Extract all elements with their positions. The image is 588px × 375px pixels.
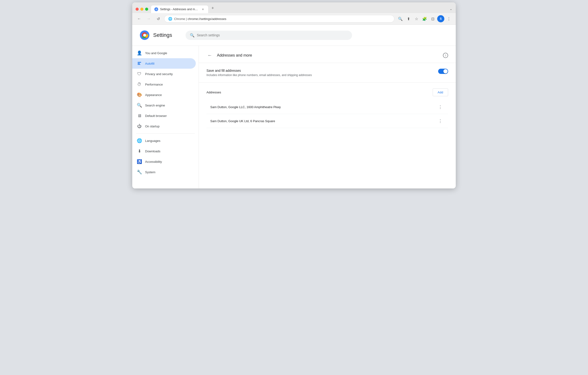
svg-text:⚙: ⚙ bbox=[155, 8, 158, 11]
sidebar-label-downloads: Downloads bbox=[145, 150, 160, 153]
sidebar-item-languages[interactable]: 🌐 Languages bbox=[132, 135, 196, 146]
sidebar-item-system[interactable]: 🔧 System bbox=[132, 167, 196, 177]
page-title: Settings bbox=[153, 32, 172, 38]
sidebar-label-default-browser: Default browser bbox=[145, 114, 167, 118]
save-fill-toggle[interactable] bbox=[438, 69, 448, 74]
sidebar-label-autofill: Autofill bbox=[145, 62, 154, 65]
search-bar: 🔍 bbox=[186, 31, 352, 40]
share-button[interactable]: ⬆ bbox=[405, 15, 412, 22]
toggle-container bbox=[438, 69, 448, 74]
close-window-button[interactable] bbox=[136, 8, 139, 11]
svg-rect-4 bbox=[138, 62, 141, 63]
navigation-bar: ← → ↺ 🌐 Chrome | chrome://settings/addre… bbox=[132, 13, 456, 25]
title-bar: ⚙ Settings - Addresses and more × + ⌄ bbox=[132, 2, 456, 13]
search-icon: 🔍 bbox=[190, 33, 195, 38]
addresses-label: Addresses bbox=[207, 91, 433, 94]
sidebar: 👤 You and Google Autofill 🛡 bbox=[132, 46, 199, 188]
autofill-icon bbox=[137, 61, 142, 66]
sidebar-item-appearance[interactable]: 🎨 Appearance bbox=[132, 90, 196, 100]
content-back-button[interactable]: ← bbox=[207, 51, 213, 59]
refresh-button[interactable]: ↺ bbox=[155, 15, 162, 22]
sidebar-item-you-and-google[interactable]: 👤 You and Google bbox=[132, 48, 196, 58]
sidebar-label-languages: Languages bbox=[145, 139, 160, 142]
sidebar-item-default-browser[interactable]: 🖥 Default browser bbox=[132, 111, 196, 121]
sidebar-item-search-engine[interactable]: 🔍 Search engine bbox=[132, 100, 196, 111]
content-header: ← Addresses and more ? bbox=[199, 46, 456, 63]
sidebar-label-you-and-google: You and Google bbox=[145, 51, 167, 55]
sidebar-label-system: System bbox=[145, 170, 155, 174]
back-button[interactable]: ← bbox=[136, 15, 143, 22]
content-title: Addresses and more bbox=[217, 53, 443, 58]
address-bar[interactable]: 🌐 Chrome | chrome://settings/addresses bbox=[164, 15, 394, 23]
setting-name: Save and fill addresses bbox=[207, 69, 432, 72]
search-engine-icon: 🔍 bbox=[137, 103, 142, 108]
address-more-button-1[interactable]: ⋮ bbox=[436, 103, 444, 111]
sidebar-label-privacy: Privacy and security bbox=[145, 72, 173, 76]
address-item-1: Sam Dutton, Google LLC, 1600 Amphitheatr… bbox=[207, 100, 448, 114]
svg-rect-5 bbox=[138, 63, 140, 64]
address-item-2: Sam Dutton, Google UK Ltd, 6 Pancras Squ… bbox=[207, 114, 448, 128]
setting-info: Save and fill addresses Includes informa… bbox=[207, 69, 432, 77]
zoom-button[interactable]: 🔍 bbox=[397, 15, 404, 22]
sidebar-item-downloads[interactable]: ⬇ Downloads bbox=[132, 146, 196, 156]
address-more-button-2[interactable]: ⋮ bbox=[436, 117, 444, 124]
page-content: Settings 🔍 👤 You and Google bbox=[132, 25, 456, 188]
address-text-1: Sam Dutton, Google LLC, 1600 Amphitheatr… bbox=[210, 105, 436, 109]
address-bar-security-icon: 🌐 bbox=[168, 17, 172, 21]
split-button[interactable]: ⊡ bbox=[429, 15, 436, 22]
sidebar-label-search-engine: Search engine bbox=[145, 104, 165, 107]
globe-icon: 🌐 bbox=[137, 138, 142, 143]
shield-icon: 🛡 bbox=[137, 71, 142, 76]
browser-window: ⚙ Settings - Addresses and more × + ⌄ ← … bbox=[132, 2, 456, 188]
addresses-section: Addresses Add Sam Dutton, Google LLC, 16… bbox=[199, 83, 456, 134]
help-icon: ? bbox=[443, 53, 448, 58]
extensions-button[interactable]: 🧩 bbox=[421, 15, 428, 22]
svg-rect-6 bbox=[138, 64, 140, 65]
content-area: ← Addresses and more ? Save and fill add… bbox=[199, 46, 456, 188]
add-address-button[interactable]: Add bbox=[433, 88, 448, 96]
tab-bar: ⚙ Settings - Addresses and more × + ⌄ bbox=[151, 5, 452, 13]
sidebar-label-accessibility: Accessibility bbox=[145, 160, 162, 163]
active-tab[interactable]: ⚙ Settings - Addresses and more × bbox=[151, 5, 208, 13]
sidebar-divider bbox=[136, 133, 195, 133]
save-fill-setting-row: Save and fill addresses Includes informa… bbox=[199, 63, 456, 83]
traffic-lights bbox=[136, 8, 148, 13]
chrome-logo bbox=[140, 30, 149, 40]
addresses-header: Addresses Add bbox=[207, 88, 448, 96]
sidebar-label-performance: Performance bbox=[145, 83, 163, 86]
nav-actions: 🔍 ⬆ ☆ 🧩 ⊡ S ⋮ bbox=[397, 15, 452, 22]
minimize-window-button[interactable] bbox=[140, 8, 143, 11]
sidebar-label-appearance: Appearance bbox=[145, 93, 162, 97]
palette-icon: 🎨 bbox=[137, 92, 142, 97]
toggle-knob bbox=[443, 69, 448, 73]
sidebar-item-on-startup[interactable]: ⏻ On startup bbox=[132, 121, 196, 132]
wrench-icon: 🔧 bbox=[137, 170, 142, 174]
svg-point-3 bbox=[143, 34, 146, 37]
main-layout: 👤 You and Google Autofill 🛡 bbox=[132, 46, 456, 188]
sidebar-item-performance[interactable]: ⏱ Performance bbox=[132, 79, 196, 90]
browser-icon: 🖥 bbox=[137, 113, 142, 118]
tab-dropdown-button[interactable]: ⌄ bbox=[450, 7, 452, 13]
sidebar-item-accessibility[interactable]: ♿ Accessibility bbox=[132, 156, 196, 167]
svg-text:?: ? bbox=[445, 53, 446, 57]
new-tab-button[interactable]: + bbox=[210, 5, 216, 13]
menu-button[interactable]: ⋮ bbox=[445, 15, 452, 22]
profile-button[interactable]: S bbox=[437, 15, 444, 22]
bookmark-button[interactable]: ☆ bbox=[413, 15, 420, 22]
tab-title: Settings - Addresses and more bbox=[160, 8, 199, 11]
search-input[interactable] bbox=[197, 33, 348, 37]
tab-close-button[interactable]: × bbox=[201, 7, 205, 11]
help-button[interactable]: ? bbox=[443, 53, 448, 58]
sidebar-item-privacy-security[interactable]: 🛡 Privacy and security bbox=[132, 69, 196, 79]
address-path: chrome://settings/addresses bbox=[188, 17, 226, 21]
person-icon: 👤 bbox=[137, 51, 142, 55]
download-icon: ⬇ bbox=[137, 149, 142, 153]
sidebar-item-autofill[interactable]: Autofill bbox=[132, 58, 196, 69]
address-domain: Chrome | bbox=[174, 17, 188, 21]
tab-favicon: ⚙ bbox=[154, 7, 158, 11]
maximize-window-button[interactable] bbox=[145, 8, 148, 11]
setting-description: Includes information like phone numbers,… bbox=[207, 73, 432, 77]
address-text-2: Sam Dutton, Google UK Ltd, 6 Pancras Squ… bbox=[210, 119, 436, 123]
forward-button[interactable]: → bbox=[145, 15, 152, 22]
accessibility-icon: ♿ bbox=[137, 159, 142, 164]
